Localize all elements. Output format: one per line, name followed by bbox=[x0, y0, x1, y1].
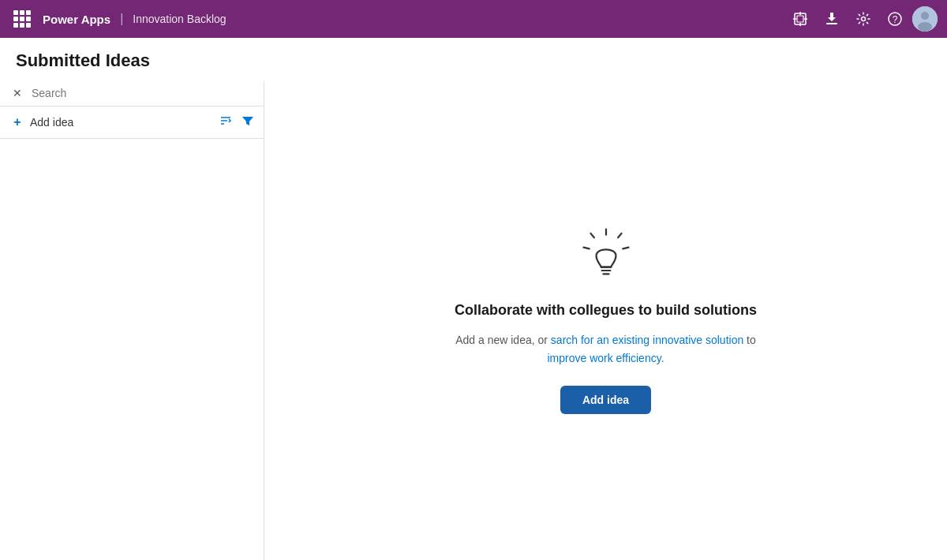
topbar-right: ? bbox=[786, 5, 938, 33]
svg-rect-1 bbox=[797, 16, 803, 22]
empty-state-title: Collaborate with collegues to build solu… bbox=[455, 302, 757, 319]
content-area: ✕ + Add idea bbox=[0, 80, 947, 560]
subtitle-highlight-1: sarch for an existing innovative solutio… bbox=[551, 334, 743, 346]
svg-text:?: ? bbox=[893, 14, 898, 25]
main-layout: Submitted Ideas ✕ + Add idea bbox=[0, 38, 947, 560]
svg-line-19 bbox=[590, 233, 593, 237]
help-icon[interactable]: ? bbox=[881, 5, 909, 33]
empty-state: Collaborate with collegues to build solu… bbox=[264, 80, 947, 560]
svg-line-18 bbox=[623, 248, 628, 249]
svg-rect-6 bbox=[826, 23, 837, 24]
svg-point-7 bbox=[862, 17, 866, 21]
topbar: Power Apps | Innovation Backlog bbox=[0, 0, 947, 38]
settings-icon[interactable] bbox=[849, 5, 878, 33]
download-icon[interactable] bbox=[818, 5, 846, 33]
add-idea-button[interactable]: Add idea bbox=[560, 386, 651, 414]
lightbulb-icon bbox=[575, 226, 638, 289]
search-input[interactable] bbox=[32, 87, 254, 99]
svg-rect-0 bbox=[795, 13, 806, 24]
sidebar: ✕ + Add idea bbox=[0, 80, 264, 560]
search-row: ✕ bbox=[0, 80, 264, 106]
page-title: Submitted Ideas bbox=[0, 38, 947, 80]
user-avatar[interactable] bbox=[912, 6, 938, 32]
nav-separator: | bbox=[120, 12, 123, 26]
close-search-icon[interactable]: ✕ bbox=[9, 87, 25, 99]
svg-line-20 bbox=[583, 248, 589, 249]
svg-line-17 bbox=[618, 233, 621, 237]
waffle-icon[interactable] bbox=[9, 6, 35, 32]
svg-point-12 bbox=[918, 22, 932, 32]
avatar-image bbox=[912, 6, 938, 32]
plus-icon: + bbox=[9, 115, 25, 129]
svg-point-11 bbox=[921, 12, 929, 20]
sort-icon[interactable] bbox=[219, 114, 232, 130]
add-idea-label: Add idea bbox=[30, 116, 215, 129]
filter-icon[interactable] bbox=[241, 114, 254, 130]
app-name: Power Apps bbox=[43, 13, 110, 26]
add-idea-row[interactable]: + Add idea bbox=[0, 106, 264, 139]
publish-icon[interactable] bbox=[786, 5, 814, 33]
subtitle-highlight-2: improve work efficiency bbox=[547, 352, 661, 364]
empty-state-subtitle: Add a new idea, or sarch for an existing… bbox=[440, 331, 772, 367]
app-title: Innovation Backlog bbox=[133, 13, 226, 25]
topbar-left: Power Apps | Innovation Backlog bbox=[9, 6, 226, 32]
